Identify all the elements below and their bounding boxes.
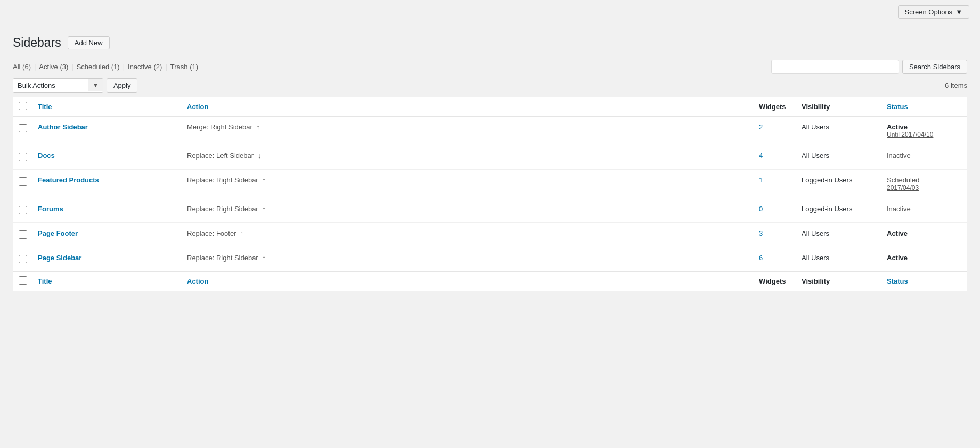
row-widgets-link[interactable]: 2 — [759, 123, 763, 131]
row-widgets-link[interactable]: 1 — [759, 176, 763, 184]
filter-trash[interactable]: Trash (1) — [170, 63, 198, 71]
row-visibility-cell: All Users — [796, 145, 881, 169]
filter-inactive[interactable]: Inactive (2) — [128, 63, 162, 71]
items-count: 6 items — [945, 81, 967, 89]
row-checkbox[interactable] — [19, 177, 27, 186]
table-row: ForumsReplace: Right Sidebar ↑0Logged-in… — [13, 198, 967, 222]
row-action-cell: Replace: Right Sidebar ↑ — [182, 247, 754, 271]
row-widgets-link[interactable]: 4 — [759, 152, 763, 160]
status-badge: Scheduled — [887, 176, 919, 184]
header-checkbox-cell — [13, 97, 32, 117]
status-badge: Active — [887, 254, 908, 262]
row-checkbox[interactable] — [19, 255, 27, 263]
page-header: Sidebars Add New — [13, 35, 967, 51]
row-title-cell: Featured Products — [32, 169, 182, 198]
row-checkbox[interactable] — [19, 153, 27, 161]
row-status-cell: Active — [881, 222, 967, 247]
row-status-cell: Inactive — [881, 145, 967, 169]
table-body: Author SidebarMerge: Right Sidebar ↑2All… — [13, 116, 967, 271]
status-date: 2017/04/03 — [887, 184, 961, 192]
row-visibility-cell: All Users — [796, 116, 881, 145]
select-all-footer-checkbox[interactable] — [19, 276, 27, 285]
header-title[interactable]: Title — [32, 97, 182, 117]
top-bar: Screen Options ▼ — [0, 0, 980, 24]
top-section: All (6) | Active (3) | Scheduled (1) | I… — [13, 60, 967, 74]
row-visibility-cell: Logged-in Users — [796, 169, 881, 198]
row-widgets-cell: 4 — [754, 145, 796, 169]
header-status: Status — [881, 97, 967, 117]
footer-title[interactable]: Title — [32, 271, 182, 291]
bulk-left: Bulk Actions ▼ Apply — [13, 78, 137, 93]
status-badge: Inactive — [887, 205, 911, 213]
screen-options-button[interactable]: Screen Options ▼ — [898, 5, 969, 19]
search-area: Search Sidebars — [771, 60, 967, 74]
row-checkbox-cell — [13, 247, 32, 271]
page-title: Sidebars — [13, 35, 61, 51]
main-content: Sidebars Add New All (6) | Active (3) | … — [0, 24, 980, 448]
apply-button[interactable]: Apply — [107, 78, 138, 93]
row-action-text: Merge: Right Sidebar ↑ — [187, 123, 260, 131]
table-row: Author SidebarMerge: Right Sidebar ↑2All… — [13, 116, 967, 145]
row-title-cell: Author Sidebar — [32, 116, 182, 145]
row-widgets-link[interactable]: 0 — [759, 205, 763, 213]
row-checkbox-cell — [13, 169, 32, 198]
row-title-link[interactable]: Forums — [38, 205, 63, 213]
header-visibility: Visibility — [796, 97, 881, 117]
row-action-text: Replace: Right Sidebar ↑ — [187, 176, 266, 184]
separator-1: | — [34, 63, 36, 71]
table-row: Page SidebarReplace: Right Sidebar ↑6All… — [13, 247, 967, 271]
row-widgets-cell: 3 — [754, 222, 796, 247]
row-widgets-cell: 1 — [754, 169, 796, 198]
bulk-bar: Bulk Actions ▼ Apply 6 items — [13, 78, 967, 93]
filter-all[interactable]: All (6) — [13, 63, 31, 71]
row-visibility-cell: Logged-in Users — [796, 198, 881, 222]
footer-visibility: Visibility — [796, 271, 881, 291]
row-title-cell: Forums — [32, 198, 182, 222]
table-footer-row: Title Action Widgets Visibility Status — [13, 271, 967, 291]
row-title-link[interactable]: Featured Products — [38, 176, 99, 184]
footer-widgets: Widgets — [754, 271, 796, 291]
footer-status: Status — [881, 271, 967, 291]
row-action-cell: Merge: Right Sidebar ↑ — [182, 116, 754, 145]
table-row: Featured ProductsReplace: Right Sidebar … — [13, 169, 967, 198]
row-widgets-link[interactable]: 3 — [759, 229, 763, 237]
row-action-cell: Replace: Footer ↑ — [182, 222, 754, 247]
row-widgets-link[interactable]: 6 — [759, 254, 763, 262]
status-badge: Inactive — [887, 152, 911, 160]
row-title-link[interactable]: Docs — [38, 152, 55, 160]
row-title-cell: Page Sidebar — [32, 247, 182, 271]
row-widgets-cell: 0 — [754, 198, 796, 222]
search-input[interactable] — [771, 60, 899, 74]
status-badge: Active — [887, 123, 908, 131]
row-action-text: Replace: Right Sidebar ↑ — [187, 205, 266, 213]
action-arrow-icon: ↑ — [262, 176, 266, 184]
bulk-actions-select[interactable]: Bulk Actions — [13, 79, 88, 92]
row-action-cell: Replace: Right Sidebar ↑ — [182, 198, 754, 222]
header-widgets: Widgets — [754, 97, 796, 117]
row-visibility-cell: All Users — [796, 247, 881, 271]
row-checkbox-cell — [13, 145, 32, 169]
row-checkbox[interactable] — [19, 206, 27, 214]
filter-active[interactable]: Active (3) — [39, 63, 68, 71]
row-checkbox[interactable] — [19, 124, 27, 132]
search-button[interactable]: Search Sidebars — [902, 60, 967, 74]
row-checkbox-cell — [13, 222, 32, 247]
row-title-link[interactable]: Page Footer — [38, 229, 78, 237]
row-action-text: Replace: Right Sidebar ↑ — [187, 254, 266, 262]
row-title-link[interactable]: Page Sidebar — [38, 254, 81, 262]
row-widgets-cell: 6 — [754, 247, 796, 271]
row-checkbox[interactable] — [19, 230, 27, 239]
select-all-checkbox[interactable] — [19, 102, 27, 110]
row-title-cell: Docs — [32, 145, 182, 169]
action-arrow-icon: ↑ — [262, 254, 266, 262]
filter-scheduled[interactable]: Scheduled (1) — [77, 63, 120, 71]
add-new-button[interactable]: Add New — [68, 36, 110, 49]
row-checkbox-cell — [13, 116, 32, 145]
separator-4: | — [165, 63, 167, 71]
status-badge: Active — [887, 229, 908, 237]
action-arrow-icon: ↑ — [262, 205, 266, 213]
table-header-row: Title Action Widgets Visibility Status — [13, 97, 967, 117]
separator-3: | — [123, 63, 125, 71]
row-checkbox-cell — [13, 198, 32, 222]
row-title-link[interactable]: Author Sidebar — [38, 123, 88, 131]
